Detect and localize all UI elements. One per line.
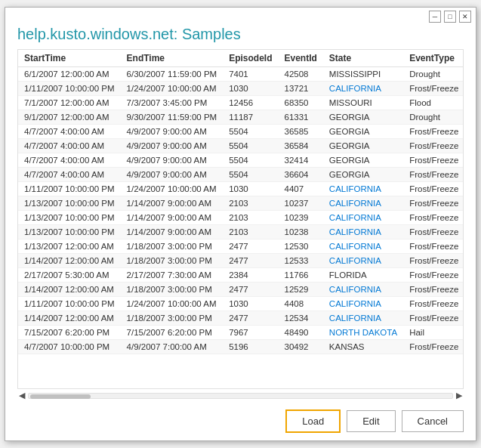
table-cell: 1/24/2007 10:00:00 AM	[121, 82, 224, 96]
table-cell: 1/18/2007 3:00:00 PM	[121, 311, 224, 326]
minimize-button[interactable]: ─	[429, 11, 441, 23]
table-row[interactable]: 6/1/2007 12:00:00 AM6/30/2007 11:59:00 P…	[18, 67, 463, 82]
dialog-title: help.kusto.windows.net: Samples	[5, 26, 476, 49]
table-cell: 4/9/2007 9:00:00 AM	[121, 125, 224, 139]
table-cell: GEORGIA	[323, 153, 403, 168]
scroll-right-arrow[interactable]: ▶	[455, 391, 464, 400]
title-bar-controls: ─ □ ✕	[429, 11, 471, 23]
edit-button[interactable]: Edit	[347, 410, 395, 432]
table-cell: CALIFORNIA	[323, 82, 403, 96]
table-cell: 61331	[279, 110, 323, 125]
load-button[interactable]: Load	[285, 409, 341, 433]
table-cell: 1/14/2007 12:00:00 AM	[18, 283, 121, 297]
table-cell: 10238	[279, 225, 323, 239]
table-row[interactable]: 4/7/2007 4:00:00 AM4/9/2007 9:00:00 AM55…	[18, 125, 463, 139]
table-cell: CALIFORNIA	[323, 283, 403, 297]
table-cell: 13721	[279, 82, 323, 96]
table-cell: 5504	[223, 153, 278, 168]
table-row[interactable]: 4/7/2007 4:00:00 AM4/9/2007 9:00:00 AM55…	[18, 153, 463, 168]
table-row[interactable]: 2/17/2007 5:30:00 AM2/17/2007 7:30:00 AM…	[18, 268, 463, 283]
table-cell: 2103	[223, 196, 278, 211]
table-cell: 4/9/2007 9:00:00 AM	[121, 153, 224, 168]
table-cell: 1/18/2007 3:00:00 PM	[121, 254, 224, 268]
table-cell: 1/24/2007 10:00:00 AM	[121, 182, 224, 196]
table-cell: FLORIDA	[323, 268, 403, 283]
data-table: StartTimeEndTimeEpisodeIdEventIdStateEve…	[18, 50, 463, 354]
close-button[interactable]: ✕	[459, 11, 471, 23]
table-cell: Frost/Freeze	[403, 82, 463, 96]
table-cell: Frost/Freeze	[403, 239, 463, 254]
table-row[interactable]: 1/13/2007 10:00:00 PM1/14/2007 9:00:00 A…	[18, 211, 463, 225]
table-row[interactable]: 1/11/2007 10:00:00 PM1/24/2007 10:00:00 …	[18, 182, 463, 196]
table-cell: CALIFORNIA	[323, 239, 403, 254]
table-cell: 4/7/2007 4:00:00 AM	[18, 139, 121, 153]
table-cell: CALIFORNIA	[323, 211, 403, 225]
table-row[interactable]: 1/14/2007 12:00:00 AM1/18/2007 3:00:00 P…	[18, 311, 463, 326]
table-cell: Frost/Freeze	[403, 182, 463, 196]
table-cell: Frost/Freeze	[403, 225, 463, 239]
column-header-starttime: StartTime	[18, 50, 121, 67]
table-cell: 2477	[223, 254, 278, 268]
table-cell: CALIFORNIA	[323, 297, 403, 311]
table-cell: Frost/Freeze	[403, 311, 463, 326]
table-cell: 1/14/2007 12:00:00 AM	[18, 311, 121, 326]
table-scroll-area[interactable]: StartTimeEndTimeEpisodeIdEventIdStateEve…	[18, 50, 463, 388]
table-cell: CALIFORNIA	[323, 311, 403, 326]
table-row[interactable]: 4/7/2007 10:00:00 PM4/9/2007 7:00:00 AM5…	[18, 340, 463, 354]
table-cell: Hail	[403, 326, 463, 340]
table-cell: 5196	[223, 340, 278, 354]
table-cell: 11766	[279, 268, 323, 283]
table-cell: 2/17/2007 5:30:00 AM	[18, 268, 121, 283]
table-cell: CALIFORNIA	[323, 225, 403, 239]
table-cell: GEORGIA	[323, 125, 403, 139]
table-cell: 7401	[223, 67, 278, 82]
table-cell: 30492	[279, 340, 323, 354]
table-cell: 6/30/2007 11:59:00 PM	[121, 67, 224, 82]
table-cell: 1/13/2007 12:00:00 AM	[18, 239, 121, 254]
column-header-state: State	[323, 50, 403, 67]
table-row[interactable]: 7/15/2007 6:20:00 PM7/15/2007 6:20:00 PM…	[18, 326, 463, 340]
table-cell: 2384	[223, 268, 278, 283]
table-cell: 2103	[223, 225, 278, 239]
table-cell: Frost/Freeze	[403, 168, 463, 182]
table-cell: 11187	[223, 110, 278, 125]
table-cell: 4/9/2007 9:00:00 AM	[121, 139, 224, 153]
table-cell: 4/7/2007 4:00:00 AM	[18, 125, 121, 139]
column-header-eventid: EventId	[279, 50, 323, 67]
table-cell: MISSOURI	[323, 96, 403, 110]
table-row[interactable]: 4/7/2007 4:00:00 AM4/9/2007 9:00:00 AM55…	[18, 168, 463, 182]
table-cell: 4/9/2007 9:00:00 AM	[121, 168, 224, 182]
table-cell: 12533	[279, 254, 323, 268]
table-cell: 9/1/2007 12:00:00 AM	[18, 110, 121, 125]
table-row[interactable]: 1/14/2007 12:00:00 AM1/18/2007 3:00:00 P…	[18, 283, 463, 297]
table-row[interactable]: 1/14/2007 12:00:00 AM1/18/2007 3:00:00 P…	[18, 254, 463, 268]
table-cell: 36604	[279, 168, 323, 182]
table-row[interactable]: 9/1/2007 12:00:00 AM9/30/2007 11:59:00 P…	[18, 110, 463, 125]
table-row[interactable]: 4/7/2007 4:00:00 AM4/9/2007 9:00:00 AM55…	[18, 139, 463, 153]
table-row[interactable]: 1/13/2007 10:00:00 PM1/14/2007 9:00:00 A…	[18, 225, 463, 239]
table-cell: 12529	[279, 283, 323, 297]
table-cell: 2477	[223, 239, 278, 254]
table-cell: CALIFORNIA	[323, 254, 403, 268]
table-row[interactable]: 1/11/2007 10:00:00 PM1/24/2007 10:00:00 …	[18, 82, 463, 96]
table-row[interactable]: 1/11/2007 10:00:00 PM1/24/2007 10:00:00 …	[18, 297, 463, 311]
table-cell: 1/13/2007 10:00:00 PM	[18, 225, 121, 239]
table-cell: 7/3/2007 3:45:00 PM	[121, 96, 224, 110]
table-row[interactable]: 1/13/2007 12:00:00 AM1/18/2007 3:00:00 P…	[18, 239, 463, 254]
table-row[interactable]: 1/13/2007 10:00:00 PM1/14/2007 9:00:00 A…	[18, 196, 463, 211]
cancel-button[interactable]: Cancel	[402, 410, 464, 432]
table-cell: 2477	[223, 283, 278, 297]
scroll-left-arrow[interactable]: ◀	[17, 391, 26, 400]
table-cell: Frost/Freeze	[403, 254, 463, 268]
table-cell: 7/15/2007 6:20:00 PM	[121, 326, 224, 340]
table-cell: GEORGIA	[323, 110, 403, 125]
table-cell: 5504	[223, 125, 278, 139]
column-header-eventtype: EventType	[403, 50, 463, 67]
table-cell: 48490	[279, 326, 323, 340]
table-cell: 4/7/2007 4:00:00 AM	[18, 153, 121, 168]
maximize-button[interactable]: □	[444, 11, 456, 23]
horizontal-scrollbar-thumb[interactable]	[30, 394, 91, 399]
table-cell: 1/14/2007 12:00:00 AM	[18, 254, 121, 268]
table-row[interactable]: 7/1/2007 12:00:00 AM7/3/2007 3:45:00 PM1…	[18, 96, 463, 110]
table-cell: 68350	[279, 96, 323, 110]
